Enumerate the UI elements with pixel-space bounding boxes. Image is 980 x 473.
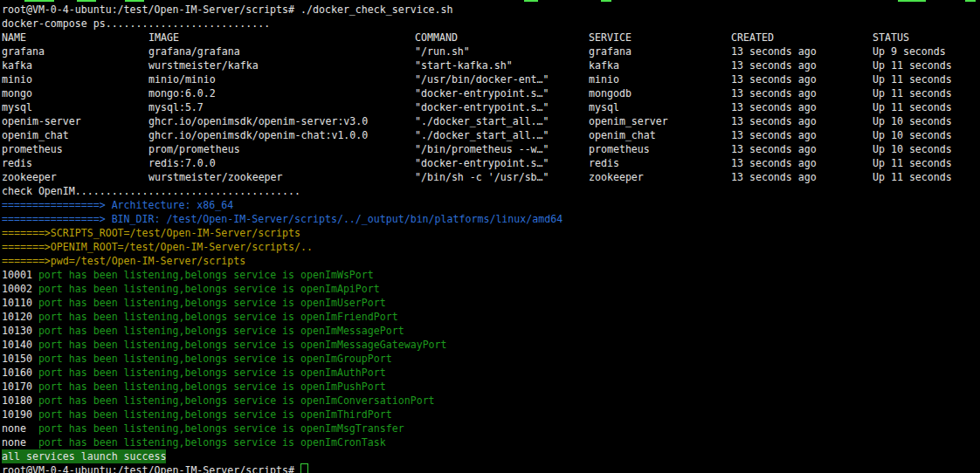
clipped-text-fragment bbox=[601, 0, 611, 2]
table-cell: 13 seconds ago bbox=[731, 100, 817, 114]
port-status-line: 10002 port has been listening,belongs se… bbox=[2, 282, 980, 296]
port-number: 10140 bbox=[2, 339, 38, 351]
table-cell: mongo bbox=[2, 86, 32, 100]
check-openim-line: check OpenIM............................… bbox=[2, 184, 980, 198]
table-cell: "/usr/bin/docker-ent…" bbox=[415, 72, 549, 86]
clipped-text-fragment bbox=[125, 0, 144, 2]
architecture-line: ================> Architecture: x86_64 bbox=[2, 198, 980, 212]
table-row: openim-serverghcr.io/openimsdk/openim-se… bbox=[2, 114, 980, 128]
port-status-line: 10150 port has been listening,belongs se… bbox=[2, 352, 980, 366]
table-cell: mongodb bbox=[589, 86, 631, 100]
port-check-list: 10001 port has been listening,belongs se… bbox=[2, 268, 980, 449]
table-cell: minio bbox=[589, 72, 619, 86]
table-cell: kafka bbox=[2, 58, 32, 72]
table-row: mongomongo:6.0.2"docker-entrypoint.s…"mo… bbox=[2, 86, 980, 100]
terminal-cursor bbox=[300, 463, 308, 473]
port-number: 10002 bbox=[2, 283, 38, 295]
table-row: kafkawurstmeister/kafka"start-kafka.sh"k… bbox=[2, 58, 980, 72]
table-cell: 13 seconds ago bbox=[731, 128, 817, 142]
compose-status-line: docker-compose ps.......................… bbox=[2, 17, 980, 31]
success-badge: all services launch success bbox=[2, 449, 166, 463]
table-cell: 13 seconds ago bbox=[731, 86, 817, 100]
table-cell: "/bin/sh -c '/usr/sb…" bbox=[415, 170, 549, 184]
table-row: mysqlmysql:5.7"docker-entrypoint.s…"mysq… bbox=[2, 100, 980, 114]
clipped-text-fragment bbox=[898, 0, 926, 2]
table-row: redisredis:7.0.0"docker-entrypoint.s…"re… bbox=[2, 156, 980, 170]
terminal-output: root@VM-0-4-ubuntu:/test/Open-IM-Server/… bbox=[2, 3, 980, 473]
port-message: port has been listening,belongs service … bbox=[38, 408, 392, 421]
shell-prompt: root@VM-0-4-ubuntu:/test/Open-IM-Server/… bbox=[2, 464, 294, 473]
command-text: ./docker_check_service.sh bbox=[294, 3, 452, 16]
port-message: port has been listening,belongs service … bbox=[38, 380, 386, 393]
table-cell: mysql bbox=[2, 100, 32, 114]
port-number: 10190 bbox=[2, 408, 38, 421]
port-status-line: 10190 port has been listening,belongs se… bbox=[2, 408, 980, 422]
table-cell: wurstmeister/zookeeper bbox=[148, 170, 283, 184]
table-cell: Up 11 seconds bbox=[873, 170, 952, 184]
port-message: port has been listening,belongs service … bbox=[38, 269, 374, 281]
table-cell: 13 seconds ago bbox=[731, 45, 817, 58]
port-message: port has been listening,belongs service … bbox=[38, 436, 386, 449]
port-number: none bbox=[2, 422, 38, 435]
table-cell: 13 seconds ago bbox=[731, 58, 817, 72]
table-cell: openim_chat bbox=[2, 128, 69, 142]
port-message: port has been listening,belongs service … bbox=[38, 311, 398, 323]
table-cell: "./docker_start_all.…" bbox=[415, 128, 549, 142]
terminal-window[interactable]: root@VM-0-4-ubuntu:/test/Open-IM-Server/… bbox=[0, 0, 980, 473]
table-cell: prometheus bbox=[589, 142, 650, 156]
port-message: port has been listening,belongs service … bbox=[38, 367, 386, 379]
table-cell: Up 11 seconds bbox=[873, 156, 952, 170]
port-status-line: none port has been listening,belongs ser… bbox=[2, 435, 980, 449]
table-cell: "docker-entrypoint.s…" bbox=[415, 156, 549, 170]
port-status-line: none port has been listening,belongs ser… bbox=[2, 422, 980, 435]
table-row: miniominio/minio"/usr/bin/docker-ent…"mi… bbox=[2, 72, 980, 86]
docker-ps-table: NAMEIMAGECOMMANDSERVICECREATEDSTATUSgraf… bbox=[2, 31, 980, 184]
table-cell: "docker-entrypoint.s…" bbox=[415, 100, 549, 114]
table-row: grafanagrafana/grafana"/run.sh"grafana13… bbox=[2, 45, 980, 58]
table-cell: Up 11 seconds bbox=[873, 100, 952, 114]
clipped-text-fragment bbox=[965, 0, 976, 2]
table-cell: Up 10 seconds bbox=[873, 142, 952, 156]
port-status-line: 10110 port has been listening,belongs se… bbox=[2, 296, 980, 310]
column-header: CREATED bbox=[731, 31, 774, 45]
table-cell: grafana/grafana bbox=[148, 45, 240, 58]
table-cell: openim_chat bbox=[589, 128, 656, 142]
table-header-row: NAMEIMAGECOMMANDSERVICECREATEDSTATUS bbox=[2, 31, 980, 45]
port-number: 10001 bbox=[2, 269, 38, 281]
column-header: STATUS bbox=[873, 31, 909, 45]
port-message: port has been listening,belongs service … bbox=[38, 297, 386, 309]
port-message: port has been listening,belongs service … bbox=[38, 394, 435, 407]
port-number: 10150 bbox=[2, 353, 38, 365]
table-cell: redis bbox=[589, 156, 619, 170]
table-cell: wurstmeister/kafka bbox=[148, 58, 259, 72]
table-cell: 13 seconds ago bbox=[731, 142, 817, 156]
table-cell: redis bbox=[2, 156, 32, 170]
table-cell: mongo:6.0.2 bbox=[148, 86, 216, 100]
port-message: port has been listening,belongs service … bbox=[38, 339, 447, 351]
table-cell: "./docker_start_all.…" bbox=[415, 114, 549, 128]
table-cell: redis:7.0.0 bbox=[148, 156, 216, 170]
port-status-line: 10120 port has been listening,belongs se… bbox=[2, 310, 980, 324]
table-cell: Up 10 seconds bbox=[873, 128, 952, 142]
table-cell: ghcr.io/openimsdk/openim-chat:v1.0.0 bbox=[148, 128, 368, 142]
table-cell: "/bin/prometheus --w…" bbox=[415, 142, 549, 156]
table-cell: Up 11 seconds bbox=[873, 58, 952, 72]
bindir-line: ================> BIN_DIR: /test/Open-IM… bbox=[2, 212, 980, 226]
port-status-line: 10170 port has been listening,belongs se… bbox=[2, 380, 980, 394]
table-cell: zookeeper bbox=[589, 170, 644, 184]
column-header: NAME bbox=[2, 31, 26, 45]
table-cell: prom/prometheus bbox=[148, 142, 240, 156]
port-message: port has been listening,belongs service … bbox=[38, 283, 380, 295]
port-message: port has been listening,belongs service … bbox=[38, 353, 392, 365]
port-number: 10180 bbox=[2, 394, 38, 407]
table-cell: "start-kafka.sh" bbox=[415, 58, 513, 72]
table-cell: grafana bbox=[589, 45, 631, 58]
table-cell: 13 seconds ago bbox=[731, 170, 817, 184]
port-status-line: 10180 port has been listening,belongs se… bbox=[2, 394, 980, 408]
table-cell: kafka bbox=[589, 58, 619, 72]
port-message: port has been listening,belongs service … bbox=[38, 422, 404, 435]
port-number: 10120 bbox=[2, 311, 38, 323]
table-cell: 13 seconds ago bbox=[731, 114, 817, 128]
port-number: none bbox=[2, 436, 38, 449]
port-status-line: 10130 port has been listening,belongs se… bbox=[2, 324, 980, 338]
